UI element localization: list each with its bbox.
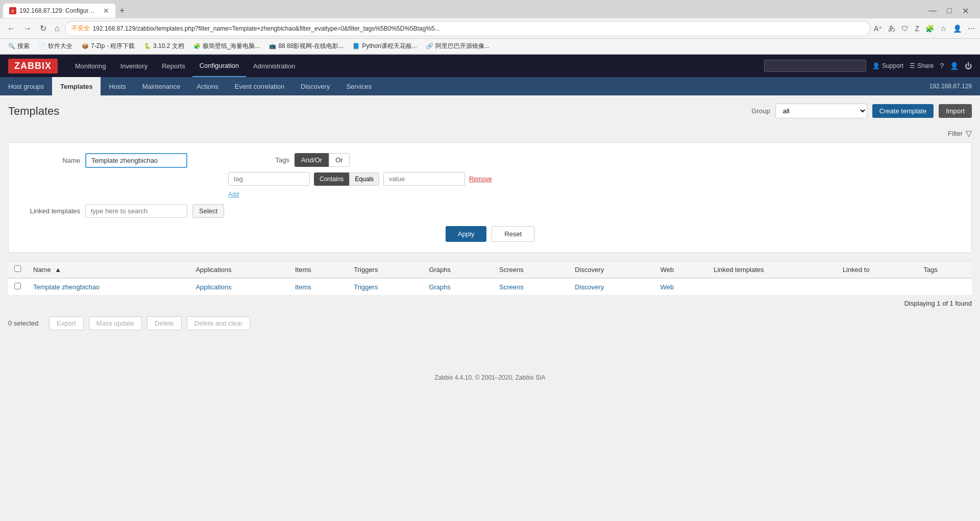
delete-btn[interactable]: Delete [147,316,182,330]
row-triggers: Triggers [348,278,423,295]
row-checkbox[interactable] [14,283,21,289]
bookmark-7zip[interactable]: 📦 7-Zip - 程序下载 [78,41,139,52]
subnav-hosts[interactable]: Hosts [101,77,134,95]
nav-reports[interactable]: Reports [155,55,192,77]
tag-add-link[interactable]: Add [228,191,239,198]
tag-value-input[interactable] [383,172,465,186]
delete-clear-btn[interactable]: Delete and clear [187,316,251,330]
bookmark-wallpaper[interactable]: 🧩 极简壁纸_海量电脑... [189,41,264,52]
bookmark-search[interactable]: 🔍 搜索 [4,41,34,52]
group-select[interactable]: all Templates [775,104,867,118]
row-tags [918,278,972,295]
select-all-checkbox[interactable] [14,265,21,272]
graphs-link[interactable]: Graphs [429,283,451,291]
bookmark-label: 阿里巴巴开源镜像... [435,42,489,51]
help-btn[interactable]: ? [940,62,944,70]
share-btn[interactable]: ☰ Share [910,62,934,69]
close-btn[interactable]: ✕ [959,5,972,17]
ext-btn[interactable]: 🧩 [924,23,935,34]
global-search-input[interactable] [764,60,866,72]
subnav-maintenance[interactable]: Maintenance [134,77,188,95]
mass-update-btn[interactable]: Mass update [89,316,142,330]
read-mode-btn[interactable]: A⁺ [873,23,883,34]
export-btn[interactable]: Export [49,316,84,330]
items-link[interactable]: Items [295,283,311,291]
nav-monitoring[interactable]: Monitoring [68,55,113,77]
row-applications: Applications [189,278,288,295]
tag-or-btn[interactable]: Or [329,153,349,167]
bookmarks-btn[interactable]: ☆ [939,23,948,34]
more-btn[interactable]: ⋯ [967,23,976,34]
selected-count: 0 selected [8,319,44,327]
bottom-actions: 0 selected Export Mass update Delete Del… [8,311,972,335]
zabbix-ext-btn[interactable]: Z [914,23,920,34]
web-link[interactable]: Web [660,283,674,291]
triggers-link[interactable]: Triggers [354,283,378,291]
nav-administration[interactable]: Administration [246,55,302,77]
zabbix-logo[interactable]: ZABBIX [8,59,58,73]
subnav-services[interactable]: Services [338,77,380,95]
translate-btn[interactable]: あ [887,23,896,34]
refresh-btn[interactable]: ↻ [37,22,50,34]
nav-configuration[interactable]: Configuration [192,55,246,77]
template-name-link[interactable]: Template zhengbichao [33,283,100,291]
back-btn[interactable]: ← [4,23,18,34]
shield-btn[interactable]: 🛡 [900,23,910,34]
apply-btn[interactable]: Apply [446,226,487,242]
subnav-templates[interactable]: Templates [52,77,101,95]
bookmark-video[interactable]: 📺 88 88影视网-在线电影... [265,41,348,52]
bookmark-label: 搜索 [17,42,30,51]
forward-btn[interactable]: → [20,23,35,34]
subnav-event-correlation[interactable]: Event correlation [227,77,293,95]
tag-and-or-btn[interactable]: And/Or [295,153,329,167]
subnav-discovery[interactable]: Discovery [292,77,338,95]
discovery-link[interactable]: Discovery [575,283,604,291]
filter-toggle-icon[interactable]: ▽ [966,129,972,138]
subnav-actions[interactable]: Actions [188,77,227,95]
page-title: Templates [8,105,59,118]
footer-text: Zabbix 4.4.10. © 2001–2020, Zabbix SIA [435,374,546,381]
nav-inventory[interactable]: Inventory [113,55,155,77]
create-template-btn[interactable]: Create template [872,104,934,118]
address-bar[interactable]: 不安全 192.168.87.129/zabbix/templates.php?… [65,21,871,36]
header-name[interactable]: Name ▲ [27,261,189,279]
bookmark-alibaba[interactable]: 🔗 阿里巴巴开源镜像... [422,41,494,52]
tab-title: 192.168.87.129: Configuration of [19,7,98,14]
table-wrapper: Name ▲ Applications Items Triggers Graph… [8,261,972,311]
bookmark-software[interactable]: 📄 软件大全 [35,41,77,52]
tag-input[interactable] [228,172,310,186]
bookmark-label: 88 88影视网-在线电影... [278,42,344,51]
reset-btn[interactable]: Reset [492,226,534,242]
tag-remove-link[interactable]: Remove [469,176,492,183]
minimize-btn[interactable]: — [925,5,940,17]
user-btn[interactable]: 👤 [950,62,959,70]
tag-equals-btn[interactable]: Equals [349,172,379,186]
tag-contains-btn[interactable]: Contains [314,172,349,186]
applications-link[interactable]: Applications [195,283,231,291]
profile-btn[interactable]: 👤 [952,23,963,34]
active-tab[interactable]: Z 192.168.87.129: Configuration of ✕ [3,4,115,18]
bookmark-python-docs[interactable]: 🐍 3.10.2 文档 [140,41,188,52]
tag-row: Contains Equals Remove [228,172,492,186]
bookmark-python-course[interactable]: 📘 Python课程天花板... [349,41,421,52]
subnav-host-groups[interactable]: Host groups [0,77,52,95]
bookmark-label: Python课程天花板... [362,42,416,51]
archive-icon: 📦 [82,43,89,49]
logout-btn[interactable]: ⏻ [965,62,972,70]
screens-link[interactable]: Screens [499,283,524,291]
tab-close-btn[interactable]: ✕ [103,7,109,15]
filter-linked-input[interactable] [85,204,187,218]
address-text: 192.168.87.129/zabbix/templates.php?filt… [93,25,864,32]
filter-select-btn[interactable]: Select [192,204,224,218]
tab-bar: Z 192.168.87.129: Configuration of ✕ + —… [0,0,980,18]
bookmark-label: 3.10.2 文档 [153,42,184,51]
security-warning: 不安全 [71,24,90,33]
filter-name-input[interactable] [85,153,187,168]
home-btn[interactable]: ⌂ [52,23,63,34]
import-btn[interactable]: Import [939,104,972,118]
support-btn[interactable]: 👤 Support [872,62,903,69]
maximize-btn[interactable]: □ [944,5,955,17]
new-tab-btn[interactable]: + [115,6,129,16]
filter-tags-section: Tags And/Or Or Contains Equals R [228,153,492,198]
table-header-row: Name ▲ Applications Items Triggers Graph… [8,261,972,279]
